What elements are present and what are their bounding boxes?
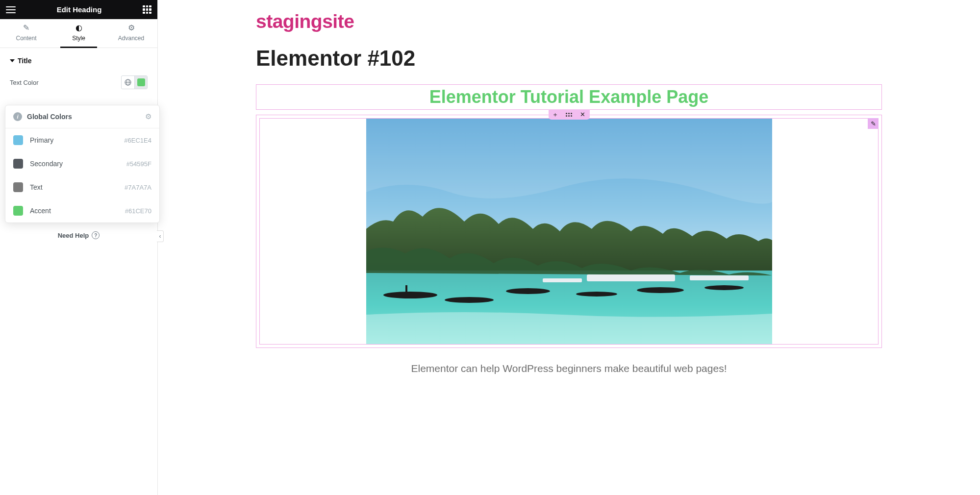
color-item-text[interactable]: Text #7A7A7A	[5, 175, 159, 199]
color-item-accent[interactable]: Accent #61CE70	[5, 199, 159, 223]
svg-point-8	[506, 288, 550, 294]
svg-rect-12	[587, 274, 675, 281]
drag-dots-icon	[566, 113, 572, 117]
color-label: Text	[30, 183, 43, 191]
edit-widget-handle[interactable]: ✎	[868, 118, 879, 129]
tab-advanced[interactable]: ⚙ Advanced	[105, 19, 157, 48]
svg-rect-14	[690, 275, 749, 280]
close-section-button[interactable]: ✕	[576, 109, 590, 120]
tab-style[interactable]: ◐ Style	[52, 19, 105, 48]
image-widget-outline[interactable]	[259, 118, 879, 345]
tab-content[interactable]: ✎ Content	[0, 19, 52, 48]
sidebar-header: Edit Heading	[0, 0, 157, 19]
svg-point-9	[576, 292, 617, 297]
need-help-label: Need Help	[58, 232, 89, 239]
text-color-row: Text Color	[0, 71, 157, 94]
color-label: Accent	[30, 207, 51, 215]
color-swatch-button[interactable]	[134, 76, 147, 89]
svg-rect-13	[543, 278, 582, 282]
svg-point-7	[445, 297, 494, 303]
caret-down-icon	[10, 59, 15, 62]
drag-section-handle[interactable]	[562, 109, 576, 120]
section-toggle-title[interactable]: Title	[0, 48, 157, 71]
heading-widget[interactable]: Elementor Tutorial Example Page	[256, 85, 881, 109]
global-colors-list: Primary #6EC1E4 Secondary #54595F Text #…	[5, 128, 159, 223]
popover-header: i Global Colors ⚙	[5, 105, 159, 128]
editor-sidebar: Edit Heading ✎ Content ◐ Style ⚙ Advance…	[0, 0, 158, 495]
editor-canvas: stagingsite Elementor #102 Elementor Tut…	[158, 0, 980, 495]
swatch	[13, 135, 23, 145]
contrast-icon: ◐	[52, 24, 105, 32]
color-hex: #54595F	[126, 160, 151, 168]
image-widget[interactable]	[260, 119, 878, 344]
color-hex: #61CE70	[125, 207, 151, 215]
collapse-sidebar-handle[interactable]: ‹	[157, 230, 164, 242]
gear-icon[interactable]: ⚙	[145, 112, 151, 121]
svg-point-11	[704, 285, 744, 290]
section-label: Title	[18, 57, 32, 65]
svg-point-10	[637, 287, 684, 293]
tab-label: Content	[16, 35, 36, 42]
color-hex: #6EC1E4	[124, 137, 151, 144]
global-color-toggle[interactable]	[122, 76, 134, 89]
info-icon: i	[13, 112, 22, 121]
color-controls	[121, 75, 148, 89]
color-hex: #7A7A7A	[125, 184, 151, 191]
popover-title: Global Colors	[27, 113, 72, 121]
editor-tabs: ✎ Content ◐ Style ⚙ Advanced	[0, 19, 157, 48]
color-label: Primary	[30, 136, 53, 144]
global-colors-popover: i Global Colors ⚙ Primary #6EC1E4 Second…	[5, 105, 160, 223]
svg-rect-6	[405, 285, 407, 294]
landscape-image	[366, 119, 772, 344]
need-help-link[interactable]: Need Help ?	[0, 222, 157, 249]
color-item-primary[interactable]: Primary #6EC1E4	[5, 128, 159, 152]
current-color-swatch	[137, 78, 145, 86]
svg-point-5	[383, 292, 437, 298]
text-color-label: Text Color	[10, 79, 39, 86]
color-label: Secondary	[30, 160, 63, 168]
site-title[interactable]: stagingsite	[256, 11, 882, 32]
image-caption: Elementor can help WordPress beginners m…	[256, 363, 882, 374]
globe-icon	[124, 78, 132, 86]
tab-label: Style	[72, 35, 85, 42]
apps-grid-icon[interactable]	[143, 5, 151, 14]
tab-label: Advanced	[118, 35, 144, 42]
color-item-secondary[interactable]: Secondary #54595F	[5, 152, 159, 175]
add-section-button[interactable]: ＋	[549, 109, 562, 120]
page-title: Elementor #102	[256, 46, 882, 71]
swatch	[13, 159, 23, 169]
pencil-icon: ✎	[0, 24, 52, 32]
section-toolbar: ＋ ✕	[549, 109, 590, 120]
image-section[interactable]: ＋ ✕ ✎	[256, 115, 882, 348]
swatch	[13, 182, 23, 192]
heading-section[interactable]: Elementor Tutorial Example Page	[256, 84, 882, 110]
gear-icon: ⚙	[105, 24, 157, 32]
swatch	[13, 206, 23, 216]
hamburger-icon[interactable]	[6, 6, 16, 13]
sidebar-title: Edit Heading	[57, 5, 102, 14]
question-icon: ?	[92, 231, 100, 239]
